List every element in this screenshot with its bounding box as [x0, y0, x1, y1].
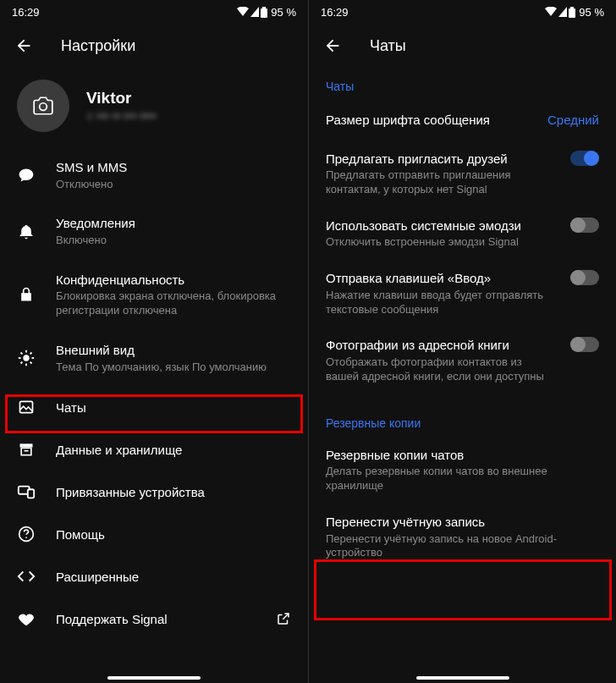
advanced-row[interactable]: Расширенные: [0, 555, 308, 598]
row-title: Расширенные: [56, 569, 291, 586]
row-title: Уведомления: [56, 215, 291, 232]
toggle-switch[interactable]: [570, 151, 599, 166]
storage-row[interactable]: Данные и хранилище: [0, 428, 308, 471]
row-title: Фотографии из адресной книги: [326, 337, 550, 354]
bell-icon: [17, 223, 36, 241]
arrow-left-icon: [14, 36, 33, 55]
battery-percent: 95 %: [579, 6, 604, 19]
back-button[interactable]: [7, 29, 41, 63]
profile-name: Viktor: [86, 89, 157, 107]
help-icon: [17, 525, 36, 543]
status-time: 16:29: [12, 6, 40, 19]
sun-icon: [17, 349, 36, 367]
row-title: Резервные копии чатов: [326, 447, 592, 464]
row-sub: Отображать фотографии контактов из вашей…: [326, 355, 550, 384]
row-title: Данные и хранилище: [56, 442, 291, 459]
linked-devices-row[interactable]: Привязанные устройства: [0, 471, 308, 513]
nav-bar[interactable]: [416, 676, 509, 680]
row-sub: Предлагать отправить приглашения контакт…: [326, 168, 550, 197]
svg-line-9: [30, 362, 32, 364]
toggle-switch[interactable]: [570, 218, 599, 233]
chat-backups-row[interactable]: Резервные копии чатов Делать резервные к…: [309, 437, 616, 504]
profile-row[interactable]: Viktor + ••• •• ••• ••••: [0, 68, 308, 147]
settings-screen: 16:29 95 % Настройки Viktor + ••• •• •••…: [0, 0, 308, 683]
status-bar: 16:29 95 %: [309, 0, 616, 24]
contact-photos-row[interactable]: Фотографии из адресной книги Отображать …: [309, 327, 616, 394]
arrow-left-icon: [323, 36, 342, 55]
svg-line-10: [20, 362, 22, 364]
row-sub: Отключить встроенные эмодзи Signal: [326, 235, 550, 250]
notifications-row[interactable]: Уведомления Включено: [0, 203, 308, 259]
privacy-row[interactable]: Конфиденциальность Блокировка экрана отк…: [0, 260, 308, 330]
row-sub: Блокировка экрана отключена, блокировка …: [56, 289, 291, 318]
page-title: Чаты: [370, 37, 406, 55]
svg-line-11: [30, 353, 32, 355]
svg-rect-13: [20, 444, 33, 448]
chats-content: Чаты Размер шрифта сообщения Средний Пре…: [309, 68, 616, 683]
chat-bubble-icon: [17, 166, 36, 185]
row-value: Средний: [547, 113, 599, 127]
row-title: Поддержать Signal: [56, 611, 256, 628]
appearance-row[interactable]: Внешний вид Тема По умолчанию, язык По у…: [0, 330, 308, 386]
avatar: [17, 80, 69, 132]
section-backups: Резервные копии: [309, 394, 616, 437]
row-title: Конфиденциальность: [56, 272, 291, 289]
row-sub: Включено: [56, 234, 291, 248]
system-emoji-row[interactable]: Использовать системные эмодзи Отключить …: [309, 207, 616, 260]
row-title: Отправка клавишей «Ввод»: [326, 270, 550, 287]
status-right: 95 %: [237, 6, 296, 19]
svg-point-2: [40, 103, 47, 111]
row-title: Использовать системные эмодзи: [326, 218, 550, 234]
settings-content: Viktor + ••• •• ••• •••• SMS и MMS Отклю…: [0, 68, 308, 683]
row-sub: Нажатие клавиши ввода будет отправлять т…: [326, 289, 550, 317]
image-icon: [17, 398, 36, 416]
camera-icon: [32, 96, 54, 115]
wifi-icon: [237, 7, 249, 17]
svg-rect-17: [28, 490, 34, 498]
sms-mms-row[interactable]: SMS и MMS Отключено: [0, 147, 308, 203]
external-link-icon: [276, 611, 291, 626]
archive-icon: [17, 440, 36, 459]
signal-icon: [558, 7, 567, 17]
chats-row[interactable]: Чаты: [0, 386, 308, 428]
toggle-switch[interactable]: [570, 337, 599, 352]
help-row[interactable]: Помощь: [0, 513, 308, 555]
font-size-row[interactable]: Размер шрифта сообщения Средний: [309, 100, 616, 140]
transfer-account-row[interactable]: Перенести учётную запись Перенести учётн…: [309, 504, 616, 570]
row-sub: Перенести учётную запись на новое Androi…: [326, 532, 592, 561]
row-title: Помощь: [56, 526, 291, 543]
row-title: Предлагать пригласить друзей: [326, 151, 550, 168]
chats-settings-screen: 16:29 95 % Чаты Чаты Размер шрифта сообщ…: [308, 0, 616, 683]
wifi-icon: [545, 7, 557, 17]
devices-icon: [17, 482, 36, 501]
row-title: SMS и MMS: [56, 159, 291, 176]
svg-point-19: [25, 537, 27, 539]
row-sub: Тема По умолчанию, язык По умолчанию: [56, 361, 291, 375]
header: Настройки: [0, 24, 308, 68]
invite-friends-row[interactable]: Предлагать пригласить друзей Предлагать …: [309, 140, 616, 207]
signal-icon: [250, 7, 259, 17]
donate-row[interactable]: Поддержать Signal: [0, 598, 308, 640]
status-right: 95 %: [545, 6, 604, 19]
svg-rect-0: [261, 8, 267, 18]
lock-icon: [17, 285, 36, 304]
nav-bar[interactable]: [107, 676, 201, 680]
enter-send-row[interactable]: Отправка клавишей «Ввод» Нажатие клавиши…: [309, 260, 616, 327]
back-button[interactable]: [316, 29, 349, 63]
toggle-switch[interactable]: [570, 270, 599, 285]
battery-icon: [261, 7, 267, 18]
page-title: Настройки: [61, 37, 135, 55]
battery-icon: [569, 7, 575, 18]
row-title: Привязанные устройства: [56, 484, 291, 501]
svg-point-3: [23, 355, 29, 361]
row-sub: Делать резервные копии чатов во внешнее …: [326, 465, 592, 493]
status-time: 16:29: [321, 6, 349, 19]
code-icon: [17, 567, 36, 586]
svg-rect-21: [570, 7, 574, 8]
row-title: Внешний вид: [56, 342, 291, 359]
header: Чаты: [309, 24, 616, 68]
row-sub: Отключено: [56, 178, 291, 192]
row-title: Чаты: [56, 399, 291, 416]
section-chats: Чаты: [309, 68, 616, 100]
svg-line-8: [20, 353, 22, 355]
